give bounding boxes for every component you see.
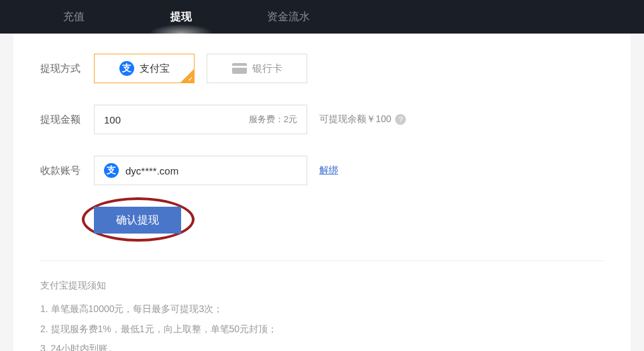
tab-recharge-label: 充值 xyxy=(63,10,85,24)
selected-corner-icon xyxy=(180,69,194,83)
tab-recharge[interactable]: 充值 xyxy=(20,0,127,34)
balance-value: 可提现余额￥100 xyxy=(319,113,391,126)
method-label: 提现方式 xyxy=(40,62,94,75)
unbind-link[interactable]: 解绑 xyxy=(319,164,338,177)
account-box: 支 dyc****.com xyxy=(94,156,307,185)
confirm-withdraw-button[interactable]: 确认提现 xyxy=(94,207,181,234)
help-icon[interactable]: ? xyxy=(395,114,406,125)
account-value: dyc****.com xyxy=(125,165,178,177)
amount-input-wrap: 服务费：2元 xyxy=(94,105,307,134)
withdraw-panel: 提现方式 支 支付宝 银行卡 提现金额 服务费：2元 可提现余额￥100 ? 收… xyxy=(13,34,631,351)
balance-text: 可提现余额￥100 ? xyxy=(319,113,406,126)
method-group: 支 支付宝 银行卡 xyxy=(94,54,307,83)
method-alipay-label: 支付宝 xyxy=(140,62,170,75)
top-tab-bar: 充值 提现 资金流水 xyxy=(0,0,644,34)
tab-withdraw[interactable]: 提现 xyxy=(127,0,235,34)
method-bankcard[interactable]: 银行卡 xyxy=(207,54,307,83)
method-bankcard-label: 银行卡 xyxy=(252,62,282,75)
amount-input[interactable] xyxy=(104,114,249,126)
service-fee-text: 服务费：2元 xyxy=(249,113,297,126)
amount-label: 提现金额 xyxy=(40,113,94,126)
tab-flow-label: 资金流水 xyxy=(267,10,310,24)
method-alipay[interactable]: 支 支付宝 xyxy=(94,54,195,83)
bankcard-icon xyxy=(232,63,247,74)
alipay-icon: 支 xyxy=(119,61,134,76)
tab-withdraw-label: 提现 xyxy=(170,10,192,24)
row-submit: 确认提现 xyxy=(40,207,604,234)
row-amount: 提现金额 服务费：2元 可提现余额￥100 ? xyxy=(40,105,604,134)
tab-flow[interactable]: 资金流水 xyxy=(235,0,342,34)
row-method: 提现方式 支 支付宝 银行卡 xyxy=(40,54,604,83)
notice-line-1: 1. 单笔最高10000元，每日最多可提现3次； xyxy=(40,299,604,319)
notice-line-2: 2. 提现服务费1%，最低1元，向上取整，单笔50元封顶； xyxy=(40,319,604,339)
notice-title: 支付宝提现须知 xyxy=(40,276,604,295)
notice-line-3: 3. 24小时内到账。 xyxy=(40,339,604,351)
account-label: 收款账号 xyxy=(40,164,94,177)
notice-box: 支付宝提现须知 1. 单笔最高10000元，每日最多可提现3次； 2. 提现服务… xyxy=(40,260,604,351)
alipay-icon: 支 xyxy=(104,163,119,178)
row-account: 收款账号 支 dyc****.com 解绑 xyxy=(40,156,604,185)
